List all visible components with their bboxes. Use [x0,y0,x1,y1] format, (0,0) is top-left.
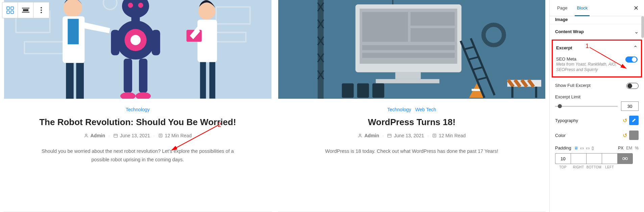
desktop-icon[interactable]: 🖥 [574,146,578,150]
toolbar-grid-button[interactable] [2,2,18,18]
option-excerpt-limit: Excerpt Limit [550,92,644,113]
toolbar-more-button[interactable] [33,2,49,18]
svg-rect-33 [139,59,147,93]
svg-rect-60 [342,83,354,98]
edit-typography-button[interactable] [629,116,639,125]
chevron-down-icon: ⌄ [634,28,639,35]
responsive-icons[interactable]: 🖥 ▭ ▭ ▯ [574,146,594,150]
svg-rect-76 [388,134,391,137]
typography-label: Typography [555,118,578,123]
calendar-icon [387,133,392,138]
section-label: Image [555,17,568,22]
block-toolbar [2,2,49,18]
svg-rect-1 [11,7,14,9]
padding-bottom-input[interactable] [586,153,602,164]
section-label: Excerpt [556,45,572,50]
seo-meta-sublabel: Meta from Yoast, RankMath, AIO, SEOPress… [556,62,617,72]
mobile-icon[interactable]: ▯ [592,146,594,150]
section-excerpt[interactable]: Excerpt ⌃ [555,41,639,54]
row-typography: Typography ↺ [550,113,644,128]
show-full-toggle[interactable] [626,83,639,89]
svg-rect-58 [395,72,421,79]
chevron-up-icon: ⌃ [633,45,638,51]
color-swatch[interactable] [629,131,639,140]
excerpt-limit-input[interactable] [621,101,639,111]
seo-meta-label: SEO Meta [556,56,617,62]
tab-block[interactable]: Block [575,0,590,16]
svg-rect-3 [11,11,14,14]
svg-rect-61 [357,83,369,98]
svg-point-75 [359,134,361,136]
reset-icon[interactable]: ↺ [623,132,627,139]
unit-px[interactable]: PX [618,146,623,150]
excerpt-limit-slider[interactable] [555,106,618,107]
svg-rect-59 [376,79,439,84]
category-link[interactable]: Technology [126,107,150,112]
svg-rect-6 [22,12,29,13]
author-name: Admin [364,133,379,138]
panel-body: Image ⌄ Content Wrap ⌄ Excerpt ⌃ SEO Met… [550,16,644,212]
padding-label: Padding [555,145,571,150]
toolbar-align-button[interactable] [18,2,33,18]
svg-point-29 [130,35,141,45]
post-excerpt: Should you be worried about the next rob… [36,147,239,164]
svg-rect-55 [410,28,454,42]
label-top: TOP [555,165,571,169]
svg-rect-62 [372,83,384,98]
post-title: The Robot Revolution: Should You Be Worr… [39,117,236,127]
category-link[interactable]: Web Tech [415,107,436,112]
user-icon [84,133,89,138]
post-card-1[interactable]: Technology The Robot Revolution: Should … [4,0,271,212]
padding-right-input[interactable] [571,153,586,164]
post-categories: Technology Web Tech [386,107,437,112]
padding-top-input[interactable] [555,153,571,164]
svg-rect-5 [23,9,28,11]
user-icon [358,133,362,138]
link-values-button[interactable] [617,153,633,164]
tablet-icon[interactable]: ▭ [580,146,584,150]
svg-rect-30 [111,30,119,55]
category-link[interactable]: Technology [387,107,411,112]
svg-rect-56 [362,45,455,50]
svg-rect-42 [114,134,118,137]
annotation-1: 1 [586,43,589,50]
calendar-icon [113,133,118,138]
close-icon[interactable]: ✕ [634,4,639,12]
color-label: Color [555,133,566,138]
show-full-label: Show Full Excerpt [555,83,591,88]
seo-meta-toggle[interactable] [625,56,638,63]
read-time: 12 Min Read [165,133,192,138]
label-bottom: BOTTOM [586,165,602,169]
author-name: Admin [91,133,105,138]
post-date: June 13, 2021 [394,133,424,138]
section-content-wrap[interactable]: Content Wrap ⌄ [550,24,644,39]
post-categories: Technology [124,107,151,112]
svg-rect-78 [433,134,436,137]
svg-rect-4 [22,8,29,8]
tab-page[interactable]: Page [555,0,569,16]
post-meta: Admin · June 13, 2021 · 12 Min Read [84,133,192,138]
svg-point-24 [128,3,133,8]
label-right: RIGHT [571,165,586,169]
svg-rect-31 [152,30,160,55]
svg-rect-39 [200,62,206,99]
scrollbar-thumb[interactable] [641,16,644,38]
editor-canvas: Technology The Robot Revolution: Should … [0,0,549,212]
svg-rect-44 [159,134,162,137]
post-meta: Admin · June 13, 2021 · 12 Min Read [358,133,466,138]
section-padding: Padding 🖥 ▭ ▭ ▯ PX EM % [550,143,644,170]
svg-point-7 [41,7,42,8]
mobile-landscape-icon[interactable]: ▭ [586,146,590,150]
svg-point-25 [138,3,143,8]
section-image[interactable]: Image ⌄ [550,16,644,24]
reset-icon[interactable]: ↺ [623,117,627,124]
post-card-2[interactable]: Technology Web Tech WordPress Turns 18! … [278,0,546,212]
unit-pct[interactable]: % [635,146,639,150]
post-date: June 13, 2021 [120,133,150,138]
svg-rect-40 [209,62,215,99]
settings-sidebar: Page Block ✕ Image ⌄ Content Wrap ⌄ Exce… [549,0,644,212]
svg-rect-53 [362,12,408,42]
unit-em[interactable]: EM [626,146,632,150]
post-image-construction [278,0,546,99]
padding-left-input[interactable] [602,153,617,164]
